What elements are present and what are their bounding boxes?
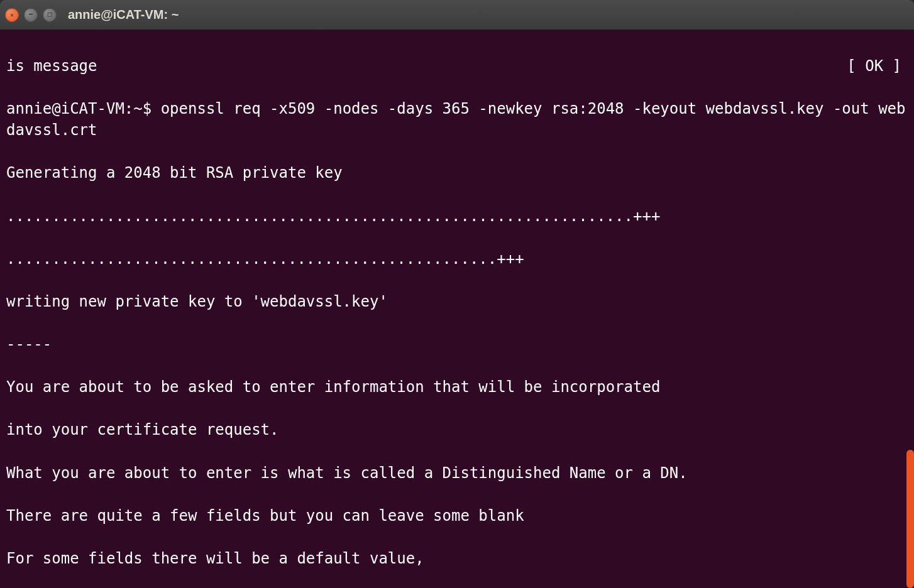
scrollbar[interactable] <box>905 30 914 588</box>
maximize-button[interactable] <box>43 8 57 22</box>
terminal-line: ----- <box>6 334 908 355</box>
terminal-line: There are quite a few fields but you can… <box>6 505 908 526</box>
terminal-line: For some fields there will be a default … <box>6 548 908 569</box>
terminal-line: into your certificate request. <box>6 419 908 440</box>
minimize-button[interactable] <box>24 8 38 22</box>
terminal-line: ........................................… <box>6 248 908 270</box>
terminal-line: You are about to be asked to enter infor… <box>6 376 908 398</box>
terminal-line: ........................................… <box>6 205 908 227</box>
prompt: annie@iCAT-VM:~$ <box>6 100 161 117</box>
terminal-line: What you are about to enter is what is c… <box>6 462 908 484</box>
scrollbar-thumb[interactable] <box>906 450 914 588</box>
close-button[interactable] <box>5 8 19 22</box>
terminal-line: writing new private key to 'webdavssl.ke… <box>6 291 908 312</box>
terminal-line: annie@iCAT-VM:~$ openssl req -x509 -node… <box>6 98 908 141</box>
window-title: annie@iCAT-VM: ~ <box>68 8 179 22</box>
terminal-window: annie@iCAT-VM: ~ is message[ OK ] annie@… <box>0 0 914 588</box>
ok-status: [ OK ] <box>847 55 901 77</box>
terminal-line: Generating a 2048 bit RSA private key <box>6 162 908 183</box>
titlebar[interactable]: annie@iCAT-VM: ~ <box>0 0 914 30</box>
terminal-body[interactable]: is message[ OK ] annie@iCAT-VM:~$ openss… <box>0 30 914 588</box>
terminal-line: is message <box>6 55 908 77</box>
